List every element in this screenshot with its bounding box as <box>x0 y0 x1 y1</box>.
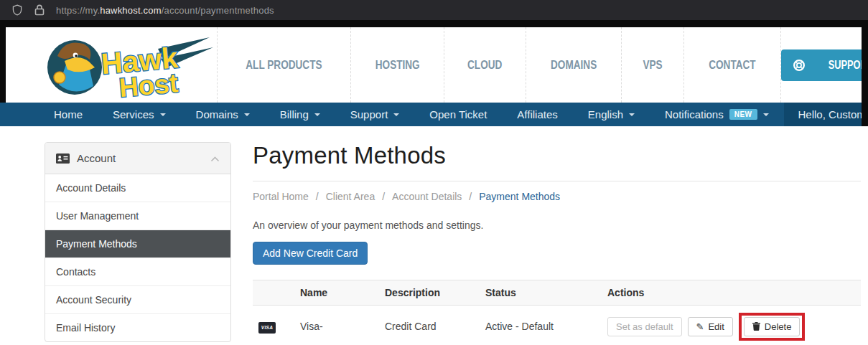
breadcrumb-client-area[interactable]: Client Area <box>326 191 375 202</box>
top-black-band <box>0 20 868 27</box>
trash-icon <box>752 322 760 331</box>
sidebar-item-contacts[interactable]: Contacts <box>45 258 230 286</box>
nav-services[interactable]: Services <box>98 103 181 126</box>
nav-home[interactable]: Home <box>39 103 98 126</box>
card-status-cell: Active - Default <box>480 305 602 345</box>
top-menu-label: CLOUD <box>467 58 502 72</box>
sidebar-account-panel: Account Account Details User Management … <box>45 142 231 342</box>
delete-button-label: Delete <box>765 321 792 332</box>
sidebar-item-account-security[interactable]: Account Security <box>45 286 230 314</box>
browser-url-bar: https://my.hawkhost.com/account/paymentm… <box>0 0 868 20</box>
nav-user-menu[interactable]: Hello, Customer! <box>784 103 868 126</box>
id-card-icon <box>56 153 70 164</box>
top-menu-cloud[interactable]: CLOUD <box>444 27 525 103</box>
delete-highlight-box: Delete <box>739 313 806 341</box>
breadcrumb: Portal Home / Client Area / Account Deta… <box>253 191 861 202</box>
sidebar-header-account[interactable]: Account <box>45 143 230 174</box>
top-menu-contact[interactable]: CONTACT <box>683 27 781 103</box>
support-client-area-button[interactable]: SUPPORT AND CLIENT AREA <box>781 49 868 81</box>
lock-icon[interactable] <box>34 4 45 16</box>
page-title: Payment Methods <box>253 142 861 181</box>
caret-down-icon <box>244 113 250 116</box>
main-navbar: Home Services Domains Billing Support Op… <box>0 103 868 126</box>
top-menu-all-products[interactable]: ALL PRODUCTS <box>217 27 350 103</box>
hawkhost-logo[interactable]: Hawk Host <box>37 27 217 103</box>
edit-button-label: Edit <box>708 321 724 332</box>
breadcrumb-separator: / <box>469 191 472 202</box>
navbar-right-group: English NotificationsNEW Hello, Customer… <box>573 103 868 126</box>
top-menu-label: VPS <box>643 58 662 72</box>
top-menu: ALL PRODUCTS HOSTING CLOUD DOMAINS VPS C… <box>217 27 781 103</box>
actions-cell: Set as default ✎Edit Delete <box>607 313 855 341</box>
table-header-description: Description <box>379 280 480 305</box>
nav-label: Services <box>113 108 154 120</box>
sidebar-item-email-history[interactable]: Email History <box>45 314 230 341</box>
top-menu-hosting[interactable]: HOSTING <box>350 27 444 103</box>
visa-card-icon: VISA <box>258 322 276 334</box>
top-menu-label: CONTACT <box>709 58 755 72</box>
url-prefix: https://my. <box>56 5 100 16</box>
top-menu-label: HOSTING <box>375 58 420 72</box>
url-domain: hawkhost.com <box>100 5 162 16</box>
table-header-icon-col <box>253 280 294 305</box>
site-header: Hawk Host ALL PRODUCTS HOSTING CLOUD DOM… <box>0 27 868 103</box>
nav-language-menu[interactable]: English <box>573 103 650 126</box>
nav-support[interactable]: Support <box>335 103 415 126</box>
nav-label: Home <box>54 108 83 120</box>
table-header-status: Status <box>480 280 602 305</box>
breadcrumb-separator: / <box>316 191 319 202</box>
left-edge-strip <box>0 20 6 103</box>
nav-label: Domains <box>196 108 238 120</box>
chevron-up-icon <box>210 152 220 164</box>
nav-notifications-menu[interactable]: NotificationsNEW <box>650 103 784 126</box>
main-content: Payment Methods Portal Home / Client Are… <box>253 142 861 345</box>
sidebar-header-label: Account <box>77 152 116 164</box>
card-icon-cell: VISA <box>253 305 294 345</box>
edit-button[interactable]: ✎Edit <box>688 317 733 336</box>
url-text[interactable]: https://my.hawkhost.com/account/paymentm… <box>56 5 274 16</box>
caret-down-icon <box>393 113 399 116</box>
shield-icon[interactable] <box>11 4 23 16</box>
set-as-default-button[interactable]: Set as default <box>607 317 682 336</box>
nav-label: Support <box>350 108 388 120</box>
new-badge: NEW <box>729 109 757 120</box>
breadcrumb-portal-home[interactable]: Portal Home <box>253 191 309 202</box>
breadcrumb-current: Payment Methods <box>479 191 560 202</box>
logo-word-host: Host <box>118 68 179 100</box>
table-header-actions: Actions <box>602 280 861 305</box>
nav-label: Billing <box>280 108 309 120</box>
caret-down-icon <box>629 113 635 116</box>
top-menu-label: ALL PRODUCTS <box>246 58 322 72</box>
nav-label: Affiliates <box>517 108 557 120</box>
table-header-row: Name Description Status Actions <box>253 280 861 305</box>
sidebar-item-user-management[interactable]: User Management <box>45 202 230 230</box>
sidebar-item-account-details[interactable]: Account Details <box>45 174 230 202</box>
nav-domains[interactable]: Domains <box>181 103 265 126</box>
hawk-mascot-icon: Hawk Host <box>37 30 217 100</box>
pencil-icon: ✎ <box>696 322 704 331</box>
table-header-name: Name <box>294 280 379 305</box>
nav-billing[interactable]: Billing <box>265 103 335 126</box>
top-menu-label: DOMAINS <box>551 58 597 72</box>
top-menu-vps[interactable]: VPS <box>621 27 683 103</box>
card-description-cell: Credit Card <box>379 305 480 345</box>
caret-down-icon <box>763 113 769 116</box>
breadcrumb-separator: / <box>382 191 385 202</box>
sidebar-item-payment-methods[interactable]: Payment Methods <box>45 230 230 258</box>
card-name-cell: Visa- <box>294 305 379 345</box>
top-menu-domains[interactable]: DOMAINS <box>526 27 621 103</box>
page-body: Account Account Details User Management … <box>0 126 868 345</box>
delete-button[interactable]: Delete <box>744 317 801 336</box>
life-ring-icon <box>793 59 806 72</box>
nav-affiliates[interactable]: Affiliates <box>502 103 572 126</box>
payment-methods-table: Name Description Status Actions VISA Vis… <box>253 280 861 345</box>
url-path: /account/paymentmethods <box>162 5 274 16</box>
add-new-credit-card-button[interactable]: Add New Credit Card <box>253 242 368 265</box>
nav-label: English <box>588 108 623 120</box>
nav-label: Notifications <box>665 108 724 120</box>
payment-method-row: VISA Visa- Credit Card Active - Default … <box>253 305 861 345</box>
breadcrumb-account-details[interactable]: Account Details <box>392 191 462 202</box>
nav-open-ticket[interactable]: Open Ticket <box>414 103 502 126</box>
nav-label: Hello, Customer! <box>798 108 868 120</box>
nav-label: Open Ticket <box>429 108 487 120</box>
